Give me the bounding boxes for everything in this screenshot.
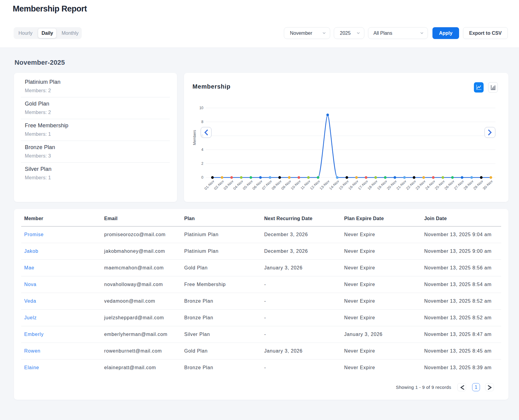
svg-text:14-Nov: 14-Nov <box>328 179 340 191</box>
svg-text:26-Nov: 26-Nov <box>444 179 455 191</box>
svg-text:12-Nov: 12-Nov <box>309 179 321 191</box>
svg-text:30-Nov: 30-Nov <box>482 179 494 191</box>
svg-text:11-Nov: 11-Nov <box>300 179 311 190</box>
svg-text:16-Nov: 16-Nov <box>347 179 359 191</box>
svg-text:22-Nov: 22-Nov <box>405 179 417 191</box>
svg-text:29-Nov: 29-Nov <box>472 179 484 191</box>
svg-text:18-Nov: 18-Nov <box>367 179 379 191</box>
svg-text:10-Nov: 10-Nov <box>290 179 302 191</box>
svg-text:09-Nov: 09-Nov <box>280 179 292 191</box>
svg-text:04-Nov: 04-Nov <box>232 179 244 191</box>
svg-text:07-Nov: 07-Nov <box>261 179 273 191</box>
svg-text:Members: Members <box>192 130 197 145</box>
svg-text:2: 2 <box>201 161 203 166</box>
svg-text:23-Nov: 23-Nov <box>415 179 426 191</box>
svg-text:25-Nov: 25-Nov <box>434 179 446 191</box>
svg-text:24-Nov: 24-Nov <box>424 179 436 191</box>
svg-text:19-Nov: 19-Nov <box>376 179 388 191</box>
svg-text:13-Nov: 13-Nov <box>319 179 330 191</box>
svg-text:27-Nov: 27-Nov <box>453 179 465 191</box>
svg-text:20-Nov: 20-Nov <box>386 179 398 191</box>
svg-text:08-Nov: 08-Nov <box>271 179 283 191</box>
svg-text:17-Nov: 17-Nov <box>357 179 369 191</box>
svg-text:05-Nov: 05-Nov <box>242 179 254 191</box>
svg-text:4: 4 <box>201 148 203 152</box>
svg-text:8: 8 <box>201 120 203 124</box>
svg-text:28-Nov: 28-Nov <box>463 179 475 191</box>
svg-text:21-Nov: 21-Nov <box>396 179 407 191</box>
svg-text:01-Nov: 01-Nov <box>204 179 215 191</box>
svg-text:0: 0 <box>201 175 203 180</box>
svg-text:10: 10 <box>199 106 204 110</box>
svg-text:03-Nov: 03-Nov <box>223 179 235 191</box>
svg-text:15-Nov: 15-Nov <box>338 179 350 191</box>
svg-text:02-Nov: 02-Nov <box>213 179 225 191</box>
svg-text:06-Nov: 06-Nov <box>251 179 263 191</box>
